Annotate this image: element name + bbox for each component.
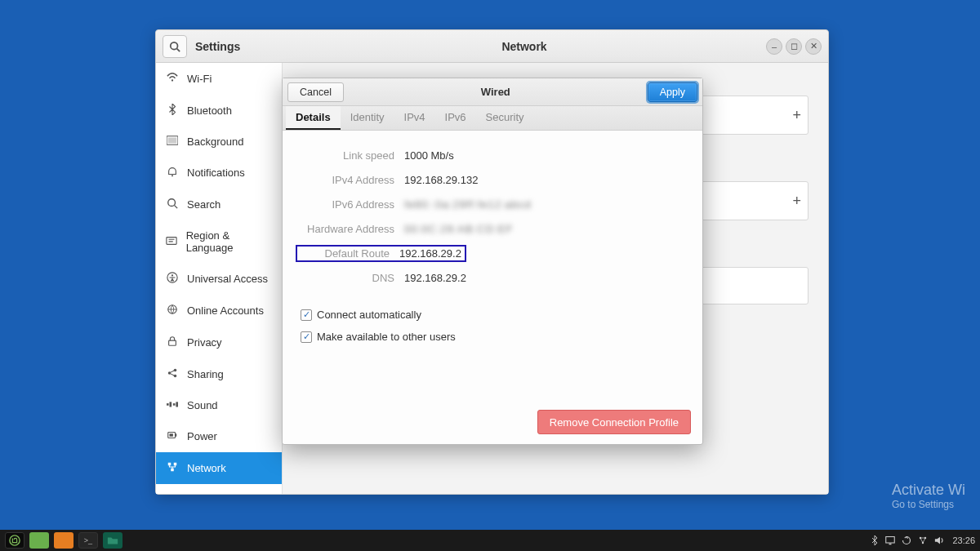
detail-value: 192.168.29.2 xyxy=(404,272,466,284)
add-vpn-button[interactable]: + xyxy=(792,193,801,210)
sidebar-item-label: Sound xyxy=(187,399,218,411)
svg-point-15 xyxy=(174,375,177,378)
detail-label: IPv6 Address xyxy=(301,198,394,211)
start-menu-button[interactable] xyxy=(5,532,24,549)
tab-details[interactable]: Details xyxy=(286,106,341,130)
svg-point-26 xyxy=(10,535,20,545)
sidebar-item-power[interactable]: Power xyxy=(156,420,282,452)
checkbox-icon: ✓ xyxy=(301,331,312,343)
mint-logo-icon xyxy=(9,535,20,546)
sidebar-item-search[interactable]: Search xyxy=(156,189,282,220)
detail-ipv4: IPv4 Address 192.168.29.132 xyxy=(301,168,684,191)
svg-rect-23 xyxy=(168,463,172,466)
maximize-icon: ◻ xyxy=(791,41,798,51)
svg-rect-24 xyxy=(174,463,177,466)
sidebar-item-label: Search xyxy=(187,198,220,211)
cancel-button[interactable]: Cancel xyxy=(287,82,344,102)
network-icon xyxy=(166,461,179,475)
taskbar-app-terminal[interactable]: >_ xyxy=(78,532,98,549)
detail-link-speed: Link speed 1000 Mb/s xyxy=(301,144,684,167)
checkbox-connect-auto[interactable]: ✓ Connect automatically xyxy=(301,309,684,321)
svg-rect-19 xyxy=(176,402,178,407)
sidebar-item-background[interactable]: Background xyxy=(156,127,282,157)
sidebar[interactable]: Wi-Fi Bluetooth Background Notifications xyxy=(156,63,283,494)
sidebar-item-bluetooth[interactable]: Bluetooth xyxy=(156,95,282,127)
search-icon xyxy=(169,41,180,52)
checkbox-make-available[interactable]: ✓ Make available to other users xyxy=(301,331,684,343)
region-icon xyxy=(166,235,178,249)
svg-point-14 xyxy=(174,369,177,372)
watermark-line1: Activate Wi xyxy=(892,482,965,499)
sidebar-item-notifications[interactable]: Notifications xyxy=(156,157,282,189)
sidebar-item-sound[interactable]: Sound xyxy=(156,390,282,420)
detail-label: IPv4 Address xyxy=(301,174,394,186)
svg-point-5 xyxy=(172,175,173,176)
dialog-title: Wired xyxy=(349,86,643,98)
tray-bluetooth-icon[interactable] xyxy=(871,535,879,545)
taskbar: >_ 23:26 xyxy=(0,530,980,551)
sidebar-item-label: Universal Access xyxy=(187,273,268,285)
detail-dns: DNS 192.168.29.2 xyxy=(301,266,684,289)
tray-updates-icon[interactable] xyxy=(902,535,911,545)
sound-icon xyxy=(166,399,179,411)
tab-ipv4[interactable]: IPv4 xyxy=(394,106,435,130)
svg-rect-21 xyxy=(176,433,177,437)
page-title: Network xyxy=(283,40,766,53)
svg-rect-17 xyxy=(170,402,172,407)
sidebar-item-universal[interactable]: Universal Access xyxy=(156,263,282,295)
sidebar-item-wifi[interactable]: Wi-Fi xyxy=(156,63,282,95)
sidebar-item-privacy[interactable]: Privacy xyxy=(156,327,282,358)
sidebar-item-label: Wi-Fi xyxy=(187,73,212,85)
sidebar-item-online[interactable]: Online Accounts xyxy=(156,295,282,327)
taskbar-clock[interactable]: 23:26 xyxy=(952,535,975,545)
taskbar-app-2[interactable] xyxy=(54,532,74,549)
search-icon xyxy=(166,198,179,211)
tray-display-icon[interactable] xyxy=(885,535,895,545)
tray-volume-icon[interactable] xyxy=(934,535,946,545)
tab-identity[interactable]: Identity xyxy=(341,106,394,130)
sidebar-item-label: Bluetooth xyxy=(187,104,232,117)
minimize-button[interactable]: – xyxy=(766,38,782,55)
svg-rect-27 xyxy=(886,537,895,544)
svg-rect-25 xyxy=(171,469,174,472)
universal-access-icon xyxy=(166,272,179,286)
bluetooth-icon xyxy=(166,104,179,118)
sidebar-item-network[interactable]: Network xyxy=(156,452,282,484)
svg-rect-8 xyxy=(167,237,176,244)
tray-network-icon[interactable] xyxy=(918,535,928,545)
detail-value: 192.168.29.2 xyxy=(399,247,461,260)
close-button[interactable]: ✕ xyxy=(805,38,822,55)
tab-security[interactable]: Security xyxy=(476,106,534,130)
sidebar-item-sharing[interactable]: Sharing xyxy=(156,358,282,390)
add-connection-button[interactable]: + xyxy=(792,107,801,124)
detail-label: DNS xyxy=(301,272,394,284)
svg-point-10 xyxy=(172,274,173,276)
remove-connection-button[interactable]: Remove Connection Profile xyxy=(537,410,691,434)
tab-ipv6[interactable]: IPv6 xyxy=(435,106,476,130)
svg-rect-4 xyxy=(168,138,177,144)
sidebar-item-region[interactable]: Region & Language xyxy=(156,220,282,263)
taskbar-app-files[interactable] xyxy=(103,532,122,549)
taskbar-app-1[interactable] xyxy=(29,532,49,549)
search-button[interactable] xyxy=(163,35,187,58)
sidebar-item-label: Network xyxy=(187,462,226,474)
sidebar-header-title: Settings xyxy=(195,40,240,53)
online-accounts-icon xyxy=(166,304,179,318)
detail-value: fe80::0a:29ff:fe12:abcd xyxy=(404,198,532,211)
titlebar: Settings Network – ◻ ✕ xyxy=(156,30,828,63)
svg-point-0 xyxy=(171,42,178,49)
sidebar-item-label: Background xyxy=(187,136,243,148)
close-icon: ✕ xyxy=(810,41,817,51)
svg-rect-18 xyxy=(173,403,176,406)
wifi-icon xyxy=(166,72,179,86)
activation-watermark: Activate Wi Go to Settings xyxy=(892,482,965,510)
sidebar-item-label: Region & Language xyxy=(186,229,272,254)
svg-point-2 xyxy=(172,79,173,81)
sidebar-item-label: Sharing xyxy=(187,368,224,380)
maximize-button[interactable]: ◻ xyxy=(786,38,802,55)
apply-button[interactable]: Apply xyxy=(648,82,697,102)
checkbox-icon: ✓ xyxy=(301,309,312,321)
detail-value: 1000 Mb/s xyxy=(404,149,454,162)
power-icon xyxy=(166,429,179,443)
notifications-icon xyxy=(166,166,179,180)
